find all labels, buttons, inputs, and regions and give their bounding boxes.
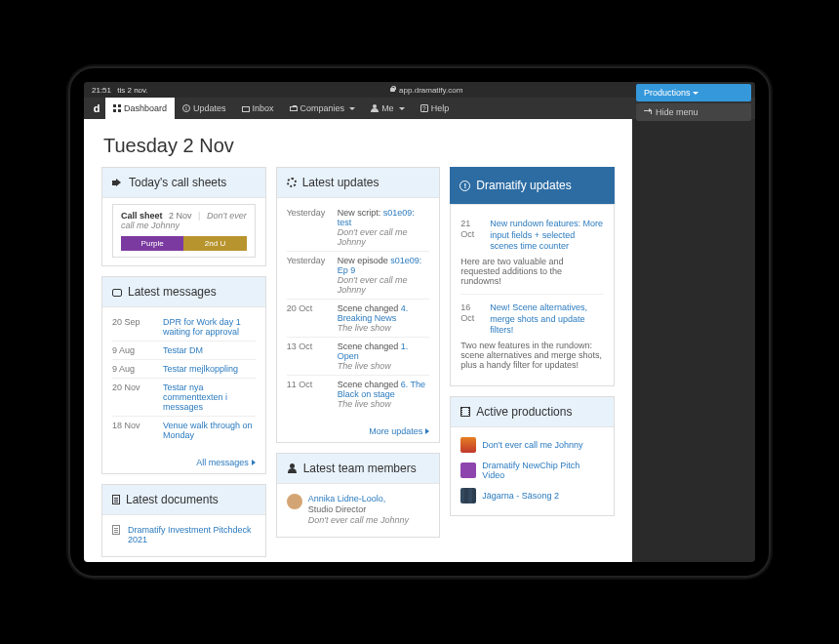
news-desc: Two new features in the rundown: scene a… bbox=[460, 341, 604, 370]
news-header: ! Dramatify updates bbox=[450, 167, 615, 205]
news-item[interactable]: 16OctNew! Scene alternatives, merge shot… bbox=[460, 294, 604, 378]
user-icon bbox=[287, 463, 298, 474]
nav-me[interactable]: Me bbox=[363, 98, 413, 119]
nav-inbox[interactable]: Inbox bbox=[234, 98, 282, 119]
callsheets-header: Today's call sheets bbox=[102, 168, 265, 198]
lock-icon bbox=[389, 86, 396, 93]
chevron-down-icon bbox=[693, 92, 699, 95]
inbox-icon bbox=[242, 106, 250, 112]
chevron-down-icon bbox=[399, 107, 405, 110]
message-date: 20 Sep bbox=[112, 317, 155, 327]
message-row[interactable]: 20 SepDPR for Work day 1 waiting for app… bbox=[112, 313, 256, 341]
message-row[interactable]: 9 AugTestar DM bbox=[112, 341, 256, 359]
briefcase-icon bbox=[290, 106, 298, 111]
production-thumb bbox=[460, 463, 476, 478]
production-link[interactable]: Jägarna - Säsong 2 bbox=[482, 491, 559, 501]
collapse-icon bbox=[644, 110, 652, 114]
chevron-right-icon bbox=[425, 428, 429, 434]
message-date: 9 Aug bbox=[112, 345, 155, 355]
update-row[interactable]: 13 OctScene changed 1. OpenThe live show bbox=[287, 337, 430, 375]
update-sub: The live show bbox=[338, 361, 430, 371]
updates-icon bbox=[182, 104, 190, 112]
member-name[interactable]: Annika Lidne-Loolo, bbox=[308, 494, 409, 504]
user-icon bbox=[371, 104, 379, 112]
update-sub: The live show bbox=[338, 323, 430, 333]
message-row[interactable]: 18 NovVenue walk through on Monday bbox=[112, 416, 256, 444]
hide-menu-button[interactable]: Hide menu bbox=[636, 103, 751, 121]
update-row[interactable]: YesterdayNew script: s01e09: testDon't e… bbox=[287, 204, 430, 251]
update-date: 11 Oct bbox=[287, 380, 330, 389]
member-role: Studio Director bbox=[308, 504, 409, 515]
document-row[interactable]: Dramatify Investment Pitchdeck 2021 bbox=[112, 521, 256, 548]
message-link[interactable]: Testar mejlkoppling bbox=[163, 364, 256, 374]
productions-panel: Active productions Don't ever call me Jo… bbox=[450, 396, 615, 516]
documents-header: Latest documents bbox=[102, 485, 265, 515]
message-row[interactable]: 9 AugTestar mejlkoppling bbox=[112, 359, 256, 378]
megaphone-icon bbox=[112, 178, 123, 188]
productions-button[interactable]: Productions bbox=[636, 84, 751, 101]
production-thumb bbox=[460, 488, 476, 503]
unit-second[interactable]: 2nd U bbox=[183, 236, 246, 251]
update-sub: The live show bbox=[338, 399, 430, 409]
production-link[interactable]: Don't ever call me Johnny bbox=[482, 440, 582, 450]
message-date: 20 Nov bbox=[112, 382, 155, 392]
news-desc: Here are two valuable and requested addi… bbox=[460, 257, 604, 286]
production-item[interactable]: Dramatify NewChip Pitch Video bbox=[460, 457, 604, 484]
update-row[interactable]: YesterdayNew episode s01e09: Ep 9Don't e… bbox=[287, 251, 430, 299]
updates-panel: Latest updates YesterdayNew script: s01e… bbox=[276, 167, 441, 443]
update-date: 20 Oct bbox=[287, 303, 330, 313]
update-sub: Don't ever call me Johnny bbox=[338, 275, 430, 295]
document-icon bbox=[112, 495, 120, 504]
productions-header: Active productions bbox=[451, 397, 614, 427]
nav-dashboard[interactable]: Dashboard bbox=[105, 98, 175, 119]
message-link[interactable]: Venue walk through on Monday bbox=[163, 421, 256, 440]
message-row[interactable]: 20 NovTestar nya commenttexten i message… bbox=[112, 378, 256, 416]
news-item[interactable]: 21OctNew rundown features: More input fi… bbox=[460, 211, 604, 294]
right-panel: Productions Hide menu bbox=[632, 82, 755, 121]
nav-help[interactable]: ? Help bbox=[413, 98, 458, 119]
main-content: Tuesday 2 Nov Today's call sheets Call s… bbox=[84, 119, 632, 562]
production-item[interactable]: Jägarna - Säsong 2 bbox=[460, 484, 604, 507]
document-link[interactable]: Dramatify Investment Pitchdeck 2021 bbox=[128, 525, 256, 544]
unit-bar: Purple 2nd U bbox=[121, 236, 247, 251]
avatar bbox=[287, 494, 302, 509]
document-icon bbox=[112, 525, 120, 535]
news-date: 16Oct bbox=[460, 302, 486, 324]
update-row[interactable]: 11 OctScene changed 6. The Black on stag… bbox=[287, 375, 430, 413]
message-link[interactable]: Testar nya commenttexten i messages bbox=[163, 382, 256, 412]
news-date: 21Oct bbox=[460, 219, 486, 240]
dashboard-icon bbox=[113, 104, 121, 112]
screen: 21:51 tis 2 nov. app.dramatify.com ⚡ 79 … bbox=[84, 82, 755, 562]
more-updates-link[interactable]: More updates bbox=[277, 421, 440, 442]
team-panel: Latest team members Annika Lidne-Loolo,S… bbox=[276, 453, 441, 538]
updates-header: Latest updates bbox=[277, 168, 440, 198]
app-logo[interactable]: d bbox=[88, 98, 105, 119]
production-thumb bbox=[460, 437, 476, 453]
nav-companies[interactable]: Companies bbox=[282, 98, 364, 119]
team-member-row[interactable]: Annika Lidne-Loolo,Studio DirectorDon't … bbox=[287, 490, 430, 529]
browser-address[interactable]: app.dramatify.com bbox=[389, 86, 462, 95]
documents-panel: Latest documents Dramatify Investment Pi… bbox=[101, 484, 266, 557]
all-messages-link[interactable]: All messages bbox=[102, 452, 265, 473]
unit-purple[interactable]: Purple bbox=[121, 236, 183, 251]
callsheet-item[interactable]: Call sheet 2 Nov | Don't ever call me Jo… bbox=[112, 204, 256, 258]
update-row[interactable]: 20 OctScene changed 4. Breaking NewsThe … bbox=[287, 299, 430, 337]
status-time: 21:51 bbox=[92, 86, 111, 95]
news-panel: ! Dramatify updates 21OctNew rundown fea… bbox=[450, 167, 615, 386]
chevron-down-icon bbox=[349, 107, 355, 110]
message-link[interactable]: Testar DM bbox=[163, 345, 256, 355]
update-sub: Don't ever call me Johnny bbox=[338, 227, 430, 247]
nav-updates[interactable]: Updates bbox=[175, 98, 234, 119]
callsheets-panel: Today's call sheets Call sheet 2 Nov | D… bbox=[101, 167, 266, 266]
news-link[interactable]: New! Scene alternatives, merge shots and… bbox=[490, 302, 587, 335]
production-item[interactable]: Don't ever call me Johnny bbox=[460, 433, 604, 457]
news-link[interactable]: New rundown features: More input fields … bbox=[490, 219, 603, 251]
gear-icon bbox=[287, 178, 297, 187]
film-icon bbox=[460, 407, 470, 417]
top-nav: d Dashboard Updates Inbox Companies Me bbox=[84, 98, 755, 119]
production-link[interactable]: Dramatify NewChip Pitch Video bbox=[482, 461, 604, 480]
message-link[interactable]: DPR for Work day 1 waiting for approval bbox=[163, 317, 256, 337]
messages-panel: Latest messages 20 SepDPR for Work day 1… bbox=[101, 276, 266, 474]
message-icon bbox=[112, 289, 122, 297]
chevron-right-icon bbox=[252, 460, 256, 465]
